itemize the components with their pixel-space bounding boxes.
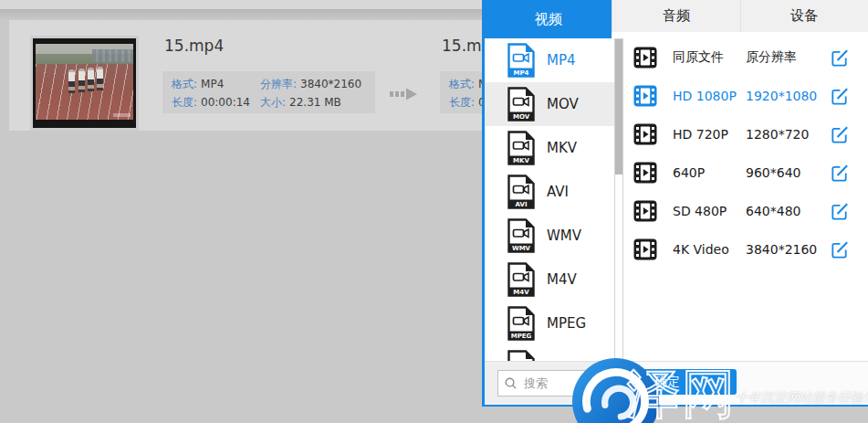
- mov-file-icon: MOV: [507, 87, 535, 122]
- tab-device[interactable]: 设备: [740, 0, 868, 32]
- format-option-label: MP4: [547, 52, 576, 69]
- film-icon: [633, 238, 657, 261]
- svg-text:AVI: AVI: [516, 201, 528, 208]
- format-list: MP4 MP4 MOV MOV: [485, 38, 614, 361]
- m4v-file-icon: M4V: [507, 262, 535, 297]
- format-label: 格式:: [172, 78, 197, 90]
- edit-icon[interactable]: [829, 124, 850, 145]
- format-option-wmv[interactable]: WMV WMV: [485, 214, 614, 258]
- thumbnail-watermark: [113, 113, 131, 117]
- resolution-name: 同原文件: [673, 49, 746, 66]
- duration-value: 00:00:14: [201, 96, 250, 109]
- format-option-mkv[interactable]: MKV MKV: [485, 126, 614, 170]
- resolution-name: 4K Video: [673, 242, 746, 257]
- source-info-box: 格式:MP4 分辨率:3840*2160 长度:00:00:14 大小:22.3…: [162, 71, 375, 113]
- mp4-file-icon: MP4: [507, 43, 535, 78]
- app-window: 15.mp4 格式:MP4 分辨率:3840*2160 长度:00:00:14 …: [0, 0, 868, 423]
- resolution-option-original[interactable]: 同原文件 原分辨率: [623, 38, 868, 77]
- resolution-name: HD 1080P: [673, 89, 746, 103]
- edit-icon[interactable]: [829, 48, 850, 69]
- format-option-label: WMV: [547, 227, 581, 244]
- format-option-partial[interactable]: [485, 345, 614, 361]
- search-input[interactable]: [522, 375, 599, 391]
- film-icon: [633, 84, 657, 108]
- popup-tabs: 视频 音频 设备: [485, 0, 868, 32]
- resolution-list: 同原文件 原分辨率 HD 1080P 1920*1080: [623, 38, 868, 269]
- resolution-value: 原分辨率: [746, 49, 829, 66]
- search-icon: [504, 376, 518, 390]
- tab-audio[interactable]: 音频: [612, 0, 739, 32]
- avi-file-icon: AVI: [507, 174, 535, 209]
- size-value: 22.31 MB: [289, 96, 341, 109]
- resolution-value: 3840*2160: [746, 242, 829, 257]
- resolution-name: 640P: [673, 165, 746, 180]
- duration-label: 长度:: [172, 96, 197, 109]
- duration-label: 长度:: [449, 96, 475, 109]
- format-option-label: AVI: [547, 184, 569, 200]
- format-option-label: M4V: [547, 271, 577, 288]
- size-label: 大小:: [260, 96, 286, 109]
- partial-file-icon: [507, 350, 535, 361]
- format-option-m4v[interactable]: M4V M4V: [485, 258, 614, 301]
- search-box[interactable]: [497, 370, 609, 397]
- format-picker-popup: 视频 音频 设备 MP4 MP4: [482, 0, 868, 407]
- source-file-name: 15.mp4: [164, 37, 224, 55]
- resolution-value: 1280*720: [746, 127, 829, 142]
- thumbnail-figure: [78, 69, 85, 92]
- format-option-mpeg[interactable]: MPEG MPEG: [485, 301, 614, 345]
- popup-bottom-bar: 确定: [485, 361, 868, 405]
- thumbnail-figure: [68, 69, 75, 93]
- resolution-option-4k[interactable]: 4K Video 3840*2160: [623, 230, 868, 269]
- thumbnail-building: [92, 49, 133, 62]
- resolution-value: 3840*2160: [300, 78, 361, 90]
- edit-icon[interactable]: [829, 239, 850, 260]
- format-option-label: MKV: [547, 140, 577, 156]
- svg-text:MPEG: MPEG: [511, 333, 532, 340]
- format-option-avi[interactable]: AVI AVI: [485, 170, 614, 214]
- resolution-option-1080p[interactable]: HD 1080P 1920*1080: [623, 77, 868, 115]
- scrollbar-thumb[interactable]: [615, 39, 622, 174]
- thumbnail-figure: [97, 67, 103, 90]
- tab-video[interactable]: 视频: [485, 0, 612, 38]
- resolution-name: HD 720P: [673, 127, 746, 142]
- edit-icon[interactable]: [829, 163, 850, 184]
- resolution-option-720p[interactable]: HD 720P 1280*720: [623, 115, 868, 153]
- film-icon: [633, 122, 657, 146]
- resolution-value: 640*480: [746, 204, 829, 218]
- convert-arrow-icon: [390, 87, 417, 101]
- edit-icon[interactable]: [829, 86, 850, 107]
- format-list-scrollbar[interactable]: [614, 38, 623, 361]
- svg-text:WMV: WMV: [512, 245, 531, 252]
- format-option-label: MOV: [547, 96, 579, 112]
- resolution-value: 1920*1080: [746, 89, 829, 103]
- film-icon: [633, 161, 657, 185]
- edit-icon[interactable]: [829, 201, 850, 222]
- mpeg-file-icon: MPEG: [507, 306, 535, 341]
- wmv-file-icon: WMV: [507, 218, 535, 253]
- svg-text:MOV: MOV: [513, 113, 530, 121]
- format-option-mp4[interactable]: MP4 MP4: [485, 38, 614, 82]
- resolution-value: 960*640: [746, 165, 829, 180]
- film-icon: [633, 199, 657, 223]
- format-option-mov[interactable]: MOV MOV: [485, 82, 614, 126]
- resolution-label: 分辨率:: [260, 78, 297, 90]
- film-icon: [633, 46, 657, 69]
- resolution-option-480p[interactable]: SD 480P 640*480: [623, 192, 868, 230]
- video-thumbnail: [30, 36, 139, 131]
- format-label: 格式:: [449, 78, 475, 90]
- svg-text:MP4: MP4: [514, 69, 529, 77]
- resolution-name: SD 480P: [673, 204, 746, 218]
- resolution-option-640p[interactable]: 640P 960*640: [623, 153, 868, 192]
- confirm-button[interactable]: 确定: [598, 369, 737, 395]
- thumbnail-figure: [88, 68, 94, 91]
- svg-text:M4V: M4V: [513, 289, 529, 296]
- format-option-label: MPEG: [547, 315, 586, 332]
- mkv-file-icon: MKV: [507, 131, 535, 165]
- thumbnail-photo: [36, 44, 133, 120]
- format-value: MP4: [201, 78, 224, 90]
- svg-text:MKV: MKV: [513, 157, 529, 164]
